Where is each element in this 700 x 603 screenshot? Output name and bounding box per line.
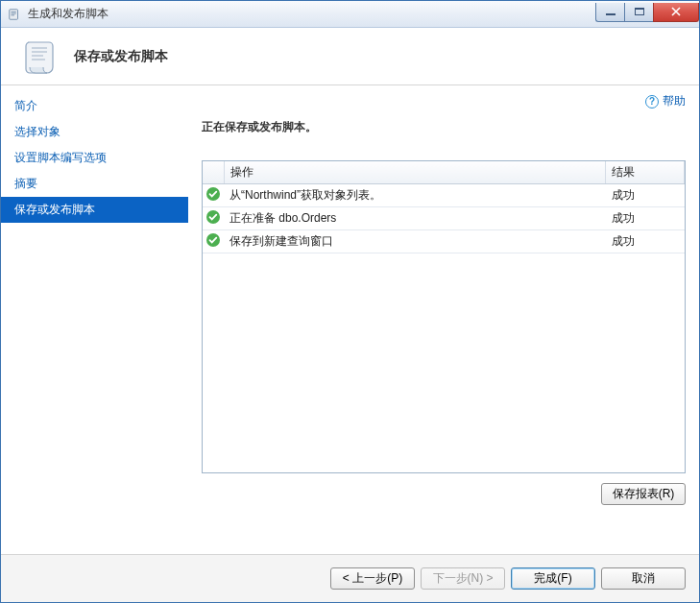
minimize-button[interactable] (595, 3, 624, 22)
help-label: 帮助 (663, 93, 686, 109)
sidebar: 简介 选择对象 设置脚本编写选项 摘要 保存或发布脚本 (1, 85, 188, 554)
cancel-button[interactable]: 取消 (601, 567, 686, 590)
page-title: 保存或发布脚本 (74, 48, 168, 65)
close-button[interactable] (653, 3, 699, 22)
progress-table: 操作 结果 从“Northwind”获取对象列表。 成功 正在准备 dbo.Or (202, 160, 686, 473)
sidebar-item-summary[interactable]: 摘要 (1, 171, 188, 197)
help-icon: ? (645, 95, 659, 109)
cell-result: 成功 (606, 207, 685, 230)
back-button[interactable]: < 上一步(P) (330, 567, 415, 590)
sidebar-item-scripting-options[interactable]: 设置脚本编写选项 (1, 145, 188, 171)
header-script-icon (20, 36, 60, 77)
cell-action: 从“Northwind”获取对象列表。 (224, 184, 606, 207)
wizard-footer: < 上一步(P) 下一步(N) > 完成(F) 取消 (1, 554, 699, 602)
cell-action: 保存到新建查询窗口 (224, 230, 606, 253)
wizard-body: 简介 选择对象 设置脚本编写选项 摘要 保存或发布脚本 ? 帮助 正在保存或发布… (1, 85, 699, 554)
sidebar-item-intro[interactable]: 简介 (1, 93, 188, 119)
success-icon (205, 186, 221, 202)
finish-button[interactable]: 完成(F) (511, 567, 595, 590)
wizard-header: 保存或发布脚本 (1, 28, 699, 85)
col-header-icon (203, 161, 224, 184)
wizard-window: 生成和发布脚本 保存或发布脚本 简介 选择对象 设置脚本编写选项 摘要 保存或发… (0, 0, 700, 603)
save-report-button[interactable]: 保存报表(R) (601, 483, 686, 505)
sidebar-item-save-publish[interactable]: 保存或发布脚本 (1, 197, 188, 223)
col-header-result[interactable]: 结果 (606, 161, 685, 184)
table-row: 正在准备 dbo.Orders 成功 (203, 207, 685, 230)
next-button: 下一步(N) > (421, 567, 505, 590)
maximize-button[interactable] (624, 3, 653, 22)
content-area: ? 帮助 正在保存或发布脚本。 操作 结果 (188, 85, 699, 554)
col-header-action[interactable]: 操作 (224, 161, 606, 184)
titlebar[interactable]: 生成和发布脚本 (1, 1, 699, 28)
cell-action: 正在准备 dbo.Orders (224, 207, 606, 230)
table-row: 保存到新建查询窗口 成功 (203, 230, 685, 253)
window-controls (595, 3, 699, 22)
app-icon (7, 7, 22, 22)
svg-rect-0 (10, 9, 18, 19)
help-link[interactable]: ? 帮助 (645, 93, 686, 109)
cell-result: 成功 (606, 184, 685, 207)
status-heading: 正在保存或发布脚本。 (202, 119, 686, 135)
sidebar-item-choose-objects[interactable]: 选择对象 (1, 119, 188, 145)
success-icon (205, 209, 221, 225)
success-icon (205, 232, 221, 248)
table-row: 从“Northwind”获取对象列表。 成功 (203, 184, 685, 207)
cell-result: 成功 (606, 230, 685, 253)
window-title: 生成和发布脚本 (28, 6, 595, 22)
